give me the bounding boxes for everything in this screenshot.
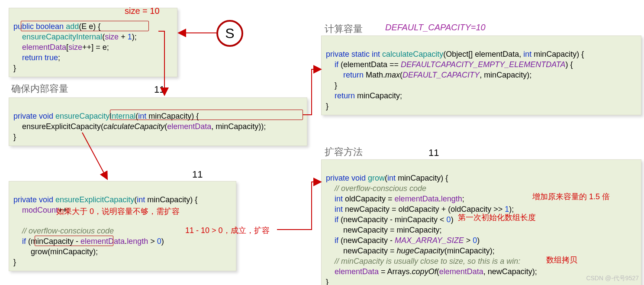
code-calculateCapacity: private static int calculateCapacity(Obj…	[321, 36, 641, 115]
code-add: public boolean add(E e) { ensureCapacity…	[9, 8, 177, 77]
highlight-grow-call	[35, 236, 113, 246]
diagram-canvas: public boolean add(E e) { ensureCapacity…	[0, 0, 644, 285]
num-11-b: 11	[192, 169, 203, 180]
watermark: CSDN @-代号9527	[586, 275, 639, 282]
num-11-c: 11	[428, 147, 439, 159]
code-ensureCapacityInternal: private void ensureCapacityInternal(int …	[9, 97, 307, 146]
anno-size: size = 10	[125, 6, 160, 16]
anno-if-gt0: 如果大于 0，说明容量不够，需扩容	[56, 206, 180, 217]
highlight-calculateCapacity-call	[110, 110, 303, 120]
anno-15x: 增加原来容量的 1.5 倍	[532, 191, 610, 202]
label-ensure-internal: 确保内部容量	[11, 82, 68, 95]
anno-first-init: 第一次初始化数组长度	[458, 212, 536, 223]
highlight-ensureCapacityInternal-call	[21, 21, 149, 31]
label-calc: 计算容量	[325, 23, 363, 36]
label-grow: 扩容方法	[325, 146, 363, 159]
anno-default-capacity: DEFAULT_CAPACITY=10	[385, 23, 486, 32]
start-badge: S	[216, 20, 243, 47]
anno-copy: 数组拷贝	[546, 255, 577, 265]
num-11-a: 11	[154, 84, 164, 95]
anno-11-10: 11 - 10 > 0，成立，扩容	[185, 225, 270, 236]
